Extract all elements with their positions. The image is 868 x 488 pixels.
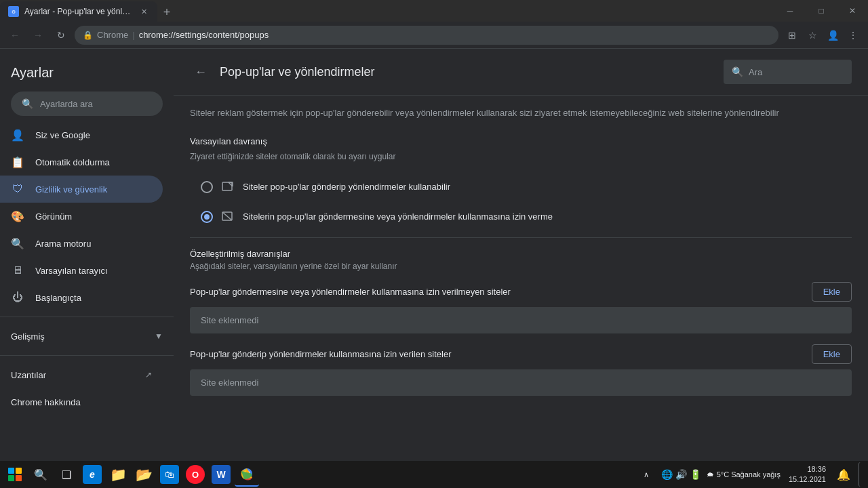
shield-icon: 🛡 — [11, 182, 24, 196]
allowed-sites-add-button[interactable]: Ekle — [812, 344, 852, 364]
sidebar-item-arama-motoru[interactable]: 🔍 Arama motoru — [0, 230, 163, 257]
person-icon: 👤 — [11, 128, 24, 142]
sidebar-item-otomatik-doldurma[interactable]: 📋 Otomatik doldurma — [0, 148, 163, 176]
blocked-sites-add-button[interactable]: Ekle — [812, 282, 852, 302]
content-body: Siteler reklam göstermek için pop-up'lar… — [174, 96, 868, 418]
store-icon: 🛍 — [160, 465, 179, 484]
notification-icon: 🔔 — [837, 468, 850, 481]
taskbar-clock[interactable]: 18:36 15.12.2021 — [786, 464, 829, 485]
block-popups-option[interactable]: Sitelerin pop-up'lar göndermesine veya y… — [190, 202, 852, 232]
file-explorer-icon: 📁 — [108, 465, 127, 484]
taskbar-opera-app[interactable]: O — [183, 462, 208, 487]
content-back-button[interactable]: ← — [190, 61, 212, 83]
chevron-down-icon: ▼ — [155, 331, 163, 341]
sidebar-search-input[interactable] — [40, 99, 154, 109]
block-popup-icon — [221, 210, 235, 224]
tab-favicon: ⚙ — [8, 6, 19, 17]
taskbar-store-app[interactable]: 🛍 — [157, 462, 182, 487]
sidebar-search-wrap: 🔍 — [0, 92, 174, 121]
allowed-sites-label: Pop-up'lar gönderip yönlendirmeler kulla… — [190, 349, 451, 359]
new-tab-button[interactable]: + — [157, 3, 176, 22]
start-button[interactable] — [3, 462, 27, 487]
sidebar-item-varsayilan-tarayici[interactable]: 🖥 Varsayılan tarayıcı — [0, 257, 163, 284]
task-view-button[interactable]: ❑ — [54, 462, 79, 487]
taskbar: 🔍 ❑ e 📁 📂 🛍 O W — [0, 461, 868, 488]
taskbar-date-value: 15.12.2021 — [789, 474, 826, 485]
taskbar-search-button[interactable]: 🔍 — [28, 462, 53, 487]
custom-section-subtitle: Aşağıdaki siteler, varsayılanın yerine ö… — [190, 262, 852, 271]
blocked-sites-block: Pop-up'lar göndermesine veya yönlendirme… — [190, 282, 852, 333]
allowed-sites-empty: Site eklenmedi — [190, 369, 852, 396]
word-icon: W — [212, 465, 231, 484]
content-title: Pop-up'lar ve yönlendirmeler — [220, 65, 715, 79]
advanced-label: Gelişmiş — [11, 331, 45, 342]
minimize-button[interactable]: ─ — [774, 0, 806, 22]
window-controls: ─ □ ✕ — [774, 0, 868, 22]
addressbar-actions: ⊞ ☆ 👤 ⋮ — [783, 26, 863, 45]
sidebar-item-gelismis[interactable]: Gelişmiş ▼ — [0, 323, 174, 350]
taskbar-edge-app[interactable]: e — [80, 462, 104, 487]
taskbar-word-app[interactable]: W — [209, 462, 233, 487]
sidebar-item-label: Gizlilik ve güvenlik — [35, 184, 107, 195]
extensions-button[interactable]: ⊞ — [783, 26, 802, 45]
network-icon: 🌐 — [661, 469, 673, 480]
blocked-sites-empty: Site eklenmedi — [190, 307, 852, 333]
external-link-icon: ↗ — [145, 370, 152, 380]
reload-button[interactable]: ↻ — [52, 26, 71, 45]
content-description: Siteler reklam göstermek için pop-up'lar… — [190, 106, 852, 120]
address-separator: | — [132, 30, 134, 40]
block-radio-input[interactable] — [201, 211, 213, 223]
active-tab[interactable]: ⚙ Ayarlar - Pop-up'lar ve yönlendir... ✕ — [0, 1, 157, 22]
content-inner: ← Pop-up'lar ve yönlendirmeler 🔍 Siteler… — [174, 49, 868, 418]
sidebar-divider — [0, 317, 174, 317]
maximize-button[interactable]: □ — [806, 0, 837, 22]
volume-icon: 🔊 — [675, 469, 687, 480]
browser-icon: 🖥 — [11, 264, 24, 277]
taskbar-file-explorer-app[interactable]: 📁 — [106, 462, 130, 487]
system-icons: 🌐 🔊 🔋 — [661, 469, 701, 480]
content-search-input[interactable] — [749, 67, 844, 77]
opera-icon: O — [186, 465, 205, 484]
sidebar-item-label: Varsayılan tarayıcı — [35, 266, 108, 276]
windows-logo — [8, 468, 22, 481]
sidebar-item-label: Başlangıçta — [35, 293, 81, 303]
menu-button[interactable]: ⋮ — [844, 26, 863, 45]
tab-title: Ayarlar - Pop-up'lar ve yönlendir... — [24, 7, 133, 16]
back-button[interactable]: ← — [5, 26, 24, 45]
weather-text: 5°C Sağanak yağış — [717, 470, 781, 479]
files-icon: 📂 — [134, 465, 153, 484]
custom-section-title: Özelleştirilmiş davranışlar — [190, 249, 852, 259]
tab-close-button[interactable]: ✕ — [138, 6, 149, 17]
taskbar-files-app[interactable]: 📂 — [132, 462, 156, 487]
sidebar-item-gorunum[interactable]: 🎨 Görünüm — [0, 203, 163, 230]
notification-button[interactable]: 🔔 — [831, 462, 856, 487]
allow-popups-option[interactable]: Siteler pop-up'lar gönderip yönlendirmel… — [190, 172, 852, 202]
taskbar-chrome-app[interactable] — [235, 462, 259, 487]
chrome-icon — [237, 464, 256, 483]
svg-rect-2 — [222, 182, 232, 190]
section-divider — [190, 237, 852, 238]
sidebar-search-icon: 🔍 — [22, 98, 33, 109]
sidebar-item-uzantilar[interactable]: Uzantılar ↗ — [0, 361, 163, 388]
sidebar-item-label: Görünüm — [35, 211, 72, 222]
show-desktop-button[interactable] — [859, 462, 863, 487]
forward-button[interactable]: → — [28, 26, 47, 45]
sidebar-item-chrome-hakkinda[interactable]: Chrome hakkında — [0, 388, 163, 415]
profile-button[interactable]: 👤 — [823, 26, 842, 45]
content-search-box[interactable]: 🔍 — [724, 60, 852, 84]
weather-info[interactable]: 🌧 5°C Sağanak yağış — [704, 470, 783, 479]
allowed-sites-block: Pop-up'lar gönderip yönlendirmeler kulla… — [190, 344, 852, 396]
allow-radio-input[interactable] — [201, 181, 213, 193]
sidebar-item-siz-ve-google[interactable]: 👤 Siz ve Google — [0, 121, 163, 148]
taskbar-right: ∧ 🌐 🔊 🔋 🌧 5°C Sağanak yağış 18:36 15.12.… — [634, 462, 865, 487]
sidebar-divider-2 — [0, 355, 174, 356]
content-area: ← Pop-up'lar ve yönlendirmeler 🔍 Siteler… — [174, 49, 868, 461]
sidebar-item-baslangicta[interactable]: ⏻ Başlangıçta — [0, 284, 163, 311]
sidebar-item-gizlilik-ve-guvenlik[interactable]: 🛡 Gizlilik ve güvenlik — [0, 176, 163, 203]
svg-text:⚙: ⚙ — [12, 9, 16, 14]
sidebar-search-box[interactable]: 🔍 — [11, 92, 163, 116]
address-box[interactable]: 🔒 Chrome | chrome://settings/content/pop… — [75, 26, 778, 45]
close-button[interactable]: ✕ — [837, 0, 868, 22]
system-tray-arrow[interactable]: ∧ — [634, 462, 658, 487]
bookmark-button[interactable]: ☆ — [803, 26, 822, 45]
